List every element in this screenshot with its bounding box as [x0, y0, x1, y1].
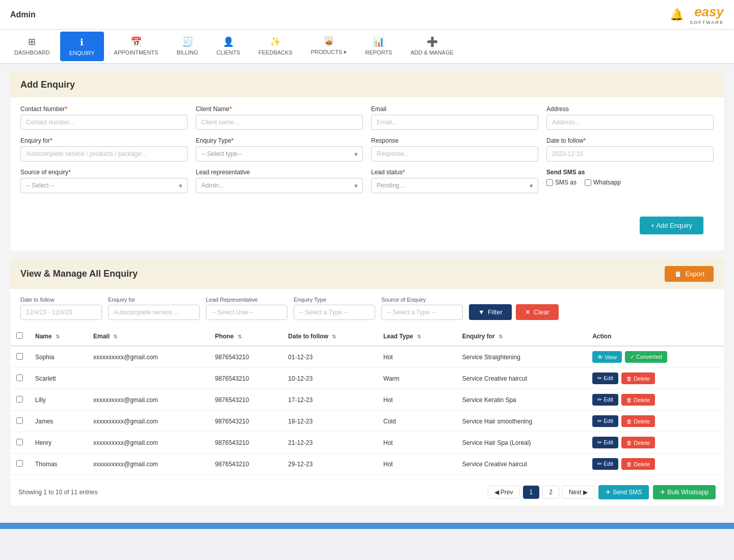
edit-btn-2[interactable]: ✏ Edit [592, 394, 618, 406]
source-req: * [68, 169, 71, 176]
row-checkbox-2[interactable] [16, 396, 23, 403]
edit-btn-1[interactable]: ✏ Edit [592, 372, 618, 384]
source-select[interactable]: -- Select -- [20, 178, 188, 193]
date-filter-input[interactable] [20, 305, 102, 320]
send-sms-button[interactable]: ✈ Send SMS [598, 485, 649, 499]
enquiry-for-filter-input[interactable] [108, 305, 200, 320]
clear-button[interactable]: ✕ Clear [516, 304, 559, 320]
enquiry-type-req: * [231, 137, 234, 144]
enquiry-type-select[interactable]: -- Select type-- [196, 146, 363, 162]
email-input[interactable] [371, 115, 538, 130]
whatsapp-checkbox-item[interactable]: Whatsapp [585, 179, 621, 186]
lead-rep-select[interactable]: Admin... [196, 178, 363, 193]
row-checkbox-0[interactable] [16, 353, 23, 360]
sms-as-checkbox-item[interactable]: SMS as [546, 179, 576, 186]
bulk-whatsapp-label: Bulk Whatsapp [667, 489, 709, 496]
logo-software-text: SOFTWARE [690, 20, 724, 25]
next-button[interactable]: Next ▶ [562, 486, 594, 499]
th-date: Date to follow ⇅ [282, 327, 377, 346]
row-name-4: Henry [29, 432, 87, 454]
table-row: Scarlett 9876543210 10-12-23 Warm Servic… [10, 368, 724, 389]
nav-dashboard-label: DASHBOARD [14, 49, 50, 56]
lead-rep-group: Lead representative Admin... [196, 169, 363, 193]
address-input[interactable] [546, 115, 714, 130]
nav-appointments[interactable]: 📅 APPOINTMENTS [105, 31, 168, 62]
action-btns-1: ✏ Edit 🗑 Delete [592, 372, 718, 384]
enquiry-type-filter-input[interactable] [294, 305, 375, 320]
email-sort-icon[interactable]: ⇅ [113, 334, 117, 339]
delete-btn-2[interactable]: 🗑 Delete [621, 394, 655, 406]
select-all-checkbox[interactable] [16, 332, 23, 339]
response-input[interactable] [371, 146, 538, 162]
delete-btn-1[interactable]: 🗑 Delete [621, 372, 655, 384]
converted-btn-0[interactable]: ✓ Converted [625, 351, 667, 363]
whatsapp-label: Whatsapp [593, 179, 621, 186]
phone-sort-icon[interactable]: ⇅ [238, 334, 242, 339]
action-btns-0: 👁 View ✓ Converted [592, 351, 718, 363]
filter-button[interactable]: ▼ Filter [469, 304, 512, 320]
row-checkbox-4[interactable] [16, 439, 23, 445]
date-to-follow-input[interactable] [546, 146, 714, 162]
source-filter-input[interactable] [381, 305, 463, 320]
row-checkbox-3[interactable] [16, 417, 23, 424]
delete-btn-4[interactable]: 🗑 Delete [621, 437, 655, 448]
th-email: Email ⇅ [87, 327, 209, 346]
row-email-0: xxxxxxxxxx@gmail.com [87, 346, 209, 368]
page-2-button[interactable]: 2 [542, 486, 559, 499]
row-enquiry-for-2: Service Keratin Spa [456, 389, 586, 411]
row-enquiry-for-4: Service Hair Spa (Loreal) [456, 432, 586, 454]
filter-area: Date to follow Enquiry for Lead Represen… [10, 289, 724, 327]
lead-rep-filter-input[interactable] [206, 305, 287, 320]
row-actions-1: ✏ Edit 🗑 Delete [586, 368, 724, 389]
contact-number-input[interactable] [20, 115, 188, 130]
edit-btn-3[interactable]: ✏ Edit [592, 415, 618, 427]
row-checkbox-1[interactable] [16, 375, 23, 381]
products-icon: 🥃 [323, 36, 334, 47]
top-bar-right: 🔔 easy SOFTWARE [670, 4, 724, 25]
nav-reports[interactable]: 📊 REPORTS [356, 31, 401, 62]
enquiry-for-input[interactable] [20, 146, 188, 162]
nav-billing[interactable]: 🧾 BILLING [167, 31, 207, 62]
page-1-button[interactable]: 1 [523, 486, 540, 499]
notification-icon[interactable]: 🔔 [670, 8, 684, 21]
email-label: Email [371, 105, 538, 113]
delete-btn-3[interactable]: 🗑 Delete [621, 415, 655, 427]
nav-dashboard[interactable]: ⊞ DASHBOARD [5, 31, 59, 62]
add-enquiry-button[interactable]: + Add Enquiry [640, 217, 703, 234]
clear-icon: ✕ [525, 308, 531, 316]
send-sms-label: Send SMS [613, 489, 642, 496]
name-sort-icon[interactable]: ⇅ [56, 334, 60, 339]
lead-status-select[interactable]: Pending.... [371, 178, 538, 193]
source-filter-label: Source of Enquiry [381, 297, 463, 303]
row-name-1: Scarlett [29, 368, 87, 389]
row-checkbox-5[interactable] [16, 460, 23, 467]
nav-clients[interactable]: 👤 CLIENTS [207, 31, 249, 62]
contact-number-req: * [65, 105, 67, 113]
date-filter-group: Date to follow [20, 297, 102, 320]
delete-btn-5[interactable]: 🗑 Delete [621, 458, 655, 470]
enquiry-icon: ℹ [80, 37, 84, 48]
prev-button[interactable]: ◀ Prev [488, 486, 520, 499]
nav-feedbacks[interactable]: ✨ FEEDBACKS [249, 31, 302, 62]
date-sort-icon[interactable]: ⇅ [332, 334, 336, 339]
sms-as-checkbox[interactable] [546, 179, 553, 186]
action-btns-4: ✏ Edit 🗑 Delete [592, 437, 718, 448]
enquiry-for-sort-icon[interactable]: ⇅ [499, 334, 503, 339]
nav-add-manage[interactable]: ➕ ADD & MANAGE [401, 31, 462, 62]
edit-btn-5[interactable]: ✏ Edit [592, 458, 618, 470]
row-actions-2: ✏ Edit 🗑 Delete [586, 389, 724, 411]
whatsapp-checkbox[interactable] [585, 179, 591, 186]
nav-add-manage-label: ADD & MANAGE [410, 49, 453, 56]
view-btn-0[interactable]: 👁 View [592, 351, 622, 363]
nav-enquiry[interactable]: ℹ ENQUIRY [60, 32, 104, 61]
th-action: Action [586, 327, 724, 346]
edit-btn-4[interactable]: ✏ Edit [592, 437, 618, 448]
client-name-input[interactable] [196, 115, 363, 130]
row-phone-3: 9876543210 [209, 411, 282, 432]
filter-buttons: ▼ Filter ✕ Clear [469, 296, 559, 320]
lead-status-req: * [403, 169, 405, 176]
export-button[interactable]: 📋 Export [665, 266, 714, 282]
bulk-whatsapp-button[interactable]: ✈ Bulk Whatsapp [653, 485, 716, 499]
nav-products[interactable]: 🥃 PRODUCTS ▾ [302, 31, 356, 62]
lead-type-sort-icon[interactable]: ⇅ [417, 334, 421, 339]
